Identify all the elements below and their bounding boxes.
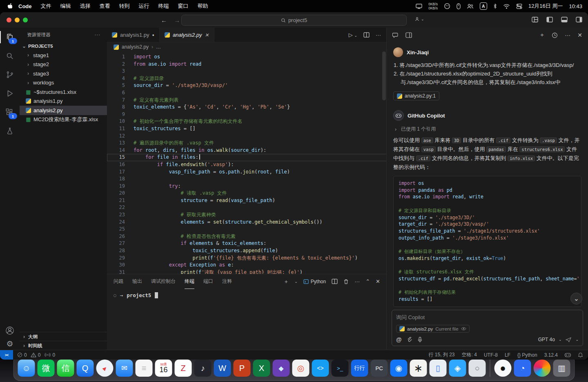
code-line-6[interactable]: 6 <box>107 89 387 97</box>
code-line-24[interactable]: 24 elements = set(structure.get_chemical… <box>107 219 387 226</box>
editor-tab-analysis1.py[interactable]: analysis1.py● <box>107 28 160 42</box>
code-line-11[interactable]: 11toxic_structures = [] <box>107 125 387 133</box>
run-python-file-button[interactable]: ▷ ⌄ <box>349 32 357 38</box>
outline-section[interactable]: › 大纲 <box>20 332 107 341</box>
code-line-22[interactable]: 22 <box>107 204 387 211</box>
eol-sequence[interactable]: LF <box>505 352 510 358</box>
dock-meeting[interactable]: ◉ <box>390 360 408 377</box>
tree-item-analysis2.py[interactable]: analysis2.py <box>20 106 107 115</box>
account-icon[interactable] <box>5 326 14 335</box>
code-line-1[interactable]: 1import os <box>107 53 387 61</box>
dock-pymol[interactable]: ◆ <box>273 360 290 377</box>
dock-trash[interactable]: ▥ <box>553 360 570 377</box>
language-mode[interactable]: {} Python <box>517 352 537 358</box>
activity-run-debug[interactable] <box>0 84 20 103</box>
code-line-15[interactable]: 15 for file in files: <box>107 154 387 161</box>
code-line-26[interactable]: 26 # 检查是否包含有毒元素 <box>107 233 387 240</box>
activity-explorer[interactable]: 1 <box>0 28 20 47</box>
project-root-row[interactable]: ⌄ PROJECT5 <box>20 42 107 51</box>
close-window-button[interactable] <box>7 18 11 22</box>
code-line-2[interactable]: 2from ase.io import read <box>107 61 387 68</box>
chat-view-icon[interactable] <box>392 32 399 38</box>
context-chip[interactable]: analysis2.py Current file <box>396 325 470 333</box>
new-chat-icon[interactable]: ＋ <box>539 31 545 39</box>
code-line-14[interactable]: 14for root, dirs, files in os.walk(sourc… <box>107 147 387 154</box>
tree-item-stage1[interactable]: ›stage1 <box>20 51 107 60</box>
attach-icon[interactable] <box>407 337 412 343</box>
toggle-secondary-sidebar-icon[interactable] <box>576 17 582 22</box>
dock-safari[interactable]: ▸ <box>96 360 114 377</box>
dock-word[interactable]: W <box>214 360 231 377</box>
new-terminal-button[interactable]: ＋ <box>283 278 289 285</box>
panel-tab-端口[interactable]: 端口 <box>203 274 213 289</box>
tree-item-stage3[interactable]: ›stage3 <box>20 69 107 78</box>
close-panel-icon[interactable]: ✕ <box>376 278 380 284</box>
dock-mail[interactable]: ✉ <box>116 360 133 377</box>
panel-tab-终端[interactable]: 终端 <box>185 274 194 289</box>
chat-body[interactable]: Xin-Jiaqi 1. 将./stage3/3D/中所有的.cif文件转化为.… <box>387 44 588 308</box>
profile-switcher[interactable]: ⌄ <box>414 16 424 22</box>
dock-origin[interactable]: ◎ <box>292 360 310 377</box>
code-line-3[interactable]: 3 <box>107 68 387 75</box>
notifications-bell-icon[interactable] <box>578 352 583 358</box>
menu-转到[interactable]: 转到 <box>115 2 134 10</box>
code-line-30[interactable]: 30 except Exception as e: <box>107 262 387 269</box>
send-options-chevron[interactable]: ⌄ <box>575 338 579 342</box>
menu-终端[interactable]: 终端 <box>154 2 174 10</box>
code-line-28[interactable]: 28 toxic_structures.append(file) <box>107 247 387 255</box>
tree-item-MC2D搜索结果-李彦霖.xlsx[interactable]: ▦MC2D搜索结果-李彦霖.xlsx <box>20 115 107 124</box>
code-line-19[interactable]: 19 try: <box>107 183 387 190</box>
mouse-icon[interactable] <box>457 3 461 9</box>
panel-tab-注释[interactable]: 注释 <box>222 274 232 289</box>
remote-indicator[interactable]: >< <box>0 350 13 360</box>
menu-帮助[interactable]: 帮助 <box>193 2 213 10</box>
chat-more-actions-icon[interactable]: ··· <box>565 32 570 38</box>
dock-chatgpt[interactable]: ∗ <box>410 360 427 377</box>
menu-编辑[interactable]: 编辑 <box>56 2 76 10</box>
code-line-20[interactable]: 20 # 读取 .vasp 文件 <box>107 190 387 197</box>
chat-input-box[interactable]: 询问 Copilot analysis2.py Current file @ G… <box>392 310 583 346</box>
code-line-27[interactable]: 27 if elements & toxic_elements: <box>107 240 387 247</box>
forward-button[interactable]: → <box>174 17 180 24</box>
cursor-position[interactable]: 行 15, 列 23 <box>429 351 455 358</box>
python-interpreter[interactable]: 3.12.4 <box>544 352 558 358</box>
activity-extensions[interactable]: 1 <box>0 103 20 122</box>
dock-vscode[interactable]: <> <box>312 360 329 377</box>
code-line-12[interactable]: 12 <box>107 133 387 140</box>
message-file-reference[interactable]: analysis2.py:1 <box>393 91 439 100</box>
dock-github[interactable]: ● <box>494 360 512 377</box>
panel-tab-输出[interactable]: 输出 <box>132 274 142 289</box>
terminal-content[interactable]: ○ → project5 <box>107 289 387 302</box>
ports-status[interactable]: 0 <box>45 352 55 358</box>
dock-qq[interactable]: Q <box>77 360 94 377</box>
app-status-icon[interactable] <box>444 3 450 9</box>
activity-search[interactable] <box>0 47 20 65</box>
code-line-10[interactable]: 10# 初始化一个集合用于存储有毒元素的结构文件名 <box>107 118 387 125</box>
panel-tab-问题[interactable]: 问题 <box>114 274 123 289</box>
menubar-time[interactable]: 10:43 <box>569 3 582 9</box>
tree-item-worklogs[interactable]: ›worklogs <box>20 78 107 88</box>
dock-powerpoint[interactable]: P <box>234 360 251 377</box>
code-line-16[interactable]: 16 if file.endswith('.vasp'): <box>107 161 387 169</box>
code-line-25[interactable]: 25 <box>107 226 387 233</box>
code-editor[interactable]: 1import os2from ase.io import read34# 定义… <box>107 51 387 277</box>
encoding[interactable]: UTF-8 <box>484 352 498 358</box>
menu-运行[interactable]: 运行 <box>134 2 154 10</box>
used-references-row[interactable]: › 已使用 1 个引用 <box>393 126 581 133</box>
dock-netdisk[interactable]: ◔ <box>514 360 531 377</box>
editor-scrollbar[interactable] <box>382 51 386 100</box>
menu-窗口[interactable]: 窗口 <box>174 2 193 10</box>
modified-dot-icon[interactable]: ● <box>152 33 154 37</box>
microphone-icon[interactable] <box>418 337 422 343</box>
people-icon[interactable] <box>467 3 474 9</box>
dock-photos[interactable] <box>534 360 551 377</box>
minimize-window-button[interactable] <box>15 18 20 22</box>
code-line-29[interactable]: 29 print(f'{file} 包含有毒元素: {elements & to… <box>107 255 387 262</box>
activity-testing[interactable] <box>0 122 20 140</box>
dock-notes[interactable]: ≡ <box>136 360 153 377</box>
back-button[interactable]: ← <box>161 17 167 24</box>
dock-excel[interactable]: X <box>253 360 270 377</box>
timeline-section[interactable]: › 时间线 <box>20 341 107 350</box>
code-line-7[interactable]: 7# 定义有毒元素列表 <box>107 97 387 104</box>
network-speed[interactable]: 0KB/s 0KB/s <box>428 2 438 10</box>
